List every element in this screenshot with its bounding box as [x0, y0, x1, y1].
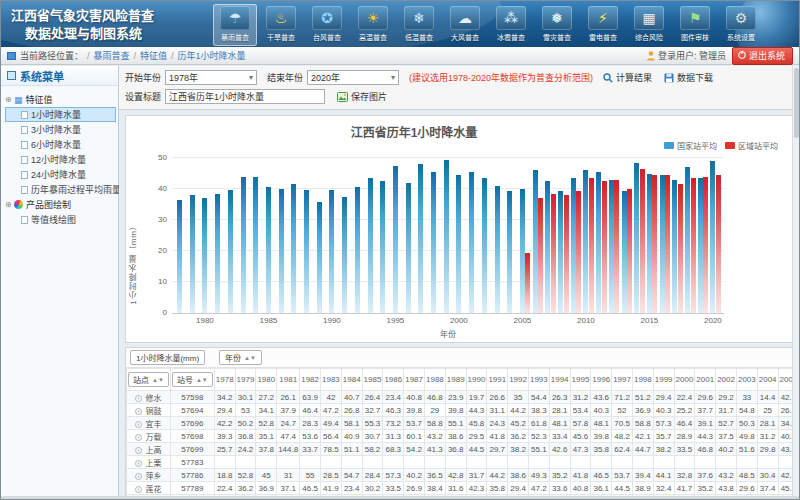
- year-column-header[interactable]: 1990: [466, 369, 487, 391]
- toolbar-item-calculator[interactable]: ▦综合风险: [627, 4, 671, 46]
- toolbar-item-typhoon[interactable]: ✪台风普查: [305, 4, 349, 46]
- year-column-header[interactable]: 1998: [632, 369, 653, 391]
- year-column-header[interactable]: 2001: [695, 369, 716, 391]
- toolbar-item-gale[interactable]: ☁大风普查: [443, 4, 487, 46]
- station-name-cell[interactable]: 萍乡: [127, 469, 171, 482]
- sort-by-station-id[interactable]: 站号▲▼: [172, 372, 213, 387]
- value-cell: 35: [508, 391, 529, 404]
- scrollbar-thumb[interactable]: [794, 68, 799, 138]
- sort-by-station[interactable]: 站点▲▼: [128, 372, 169, 387]
- year-column-header[interactable]: 1996: [591, 369, 612, 391]
- bar-national-1988: [304, 190, 309, 313]
- year-column-header[interactable]: 1991: [487, 369, 508, 391]
- year-column-header[interactable]: 1986: [383, 369, 404, 391]
- toolbar-item-settings[interactable]: ⚙系统设置: [719, 4, 763, 46]
- year-column-header[interactable]: 1980: [256, 369, 277, 391]
- year-column-header[interactable]: 1994: [549, 369, 570, 391]
- calculate-button[interactable]: 计算结果: [603, 71, 652, 84]
- table-row[interactable]: 修水5759834.230.127.226.163.94240.726.423.…: [127, 391, 793, 404]
- year-column-header[interactable]: 1979: [235, 369, 256, 391]
- logout-button[interactable]: 退出系统: [732, 47, 793, 65]
- year-column-header[interactable]: 2005: [778, 369, 792, 391]
- year-sort-control[interactable]: 年份▲▼: [219, 350, 262, 365]
- year-column-header[interactable]: 1988: [424, 369, 445, 391]
- sidebar-item[interactable]: 历年暴雨过程平均雨量: [5, 182, 116, 197]
- sidebar-item[interactable]: 24小时降水量: [5, 167, 116, 182]
- vertical-scrollbar[interactable]: [792, 66, 799, 496]
- value-cell: 57.3: [383, 469, 404, 482]
- breadcrumb-separator: /: [134, 51, 137, 61]
- bar-regional-2020: [716, 175, 721, 313]
- value-cell: 52.7: [716, 417, 737, 430]
- chart-title: 江西省历年1小时降水量: [126, 123, 702, 140]
- station-name-cell[interactable]: 莲花: [127, 482, 171, 495]
- toolbar-item-hail[interactable]: ⁂冰雹普查: [489, 4, 533, 46]
- year-column-header[interactable]: 1978: [214, 369, 235, 391]
- toolbar-item-snow[interactable]: ❅雪灾普查: [535, 4, 579, 46]
- legend-item[interactable]: 区域站平均: [725, 140, 778, 151]
- table-row[interactable]: 萍乡5778618.852.845315528.554.728.457.340.…: [127, 469, 793, 482]
- start-year-select[interactable]: 1978年▾: [165, 70, 257, 85]
- toolbar-item-map-review[interactable]: ⚑图件审核: [673, 4, 717, 46]
- sidebar-group[interactable]: ⊕▦特征值: [5, 92, 116, 107]
- year-column-header[interactable]: 2000: [674, 369, 695, 391]
- station-id-cell: 57786: [170, 469, 214, 482]
- breadcrumb-item-2[interactable]: 特征值: [140, 49, 167, 62]
- year-column-header[interactable]: 1987: [404, 369, 425, 391]
- toolbar-item-lightning[interactable]: ⚡雷电普查: [581, 4, 625, 46]
- value-cell: 52.8: [235, 469, 256, 482]
- year-column-header[interactable]: 2004: [757, 369, 778, 391]
- year-column-header[interactable]: 2002: [716, 369, 737, 391]
- value-cell: [300, 456, 321, 469]
- tree-toggle-icon[interactable]: ⊕: [5, 200, 14, 209]
- sidebar-item[interactable]: 12小时降水量: [5, 152, 116, 167]
- breadcrumb-item-3[interactable]: 历年1小时降水量: [178, 49, 246, 62]
- year-column-header[interactable]: 1984: [341, 369, 362, 391]
- table-row[interactable]: 铜鼓5769429.45334.137.946.447.226.832.746.…: [127, 404, 793, 417]
- station-id-cell: 57696: [170, 417, 214, 430]
- sidebar-group[interactable]: ⊕产品图绘制: [5, 197, 116, 212]
- year-column-header[interactable]: 1985: [362, 369, 383, 391]
- breadcrumb-item-1[interactable]: 暴雨普查: [94, 49, 130, 62]
- station-name-cell[interactable]: 上高: [127, 443, 171, 456]
- table-row[interactable]: 宜丰5769642.250.252.824.728.349.458.155.37…: [127, 417, 793, 430]
- year-column-header[interactable]: 2003: [736, 369, 757, 391]
- year-column-header[interactable]: 1992: [508, 369, 529, 391]
- station-name-cell[interactable]: 上栗: [127, 456, 171, 469]
- sidebar-item[interactable]: 1小时降水量: [5, 107, 116, 122]
- measure-selector[interactable]: 1小时降水量(mm): [130, 350, 205, 365]
- toolbar-item-drought[interactable]: ♨干旱普查: [259, 4, 303, 46]
- tree-toggle-icon[interactable]: ⊕: [5, 95, 14, 104]
- chart-title-input[interactable]: [165, 89, 325, 104]
- year-column-header[interactable]: 1993: [528, 369, 549, 391]
- bar-regional-2018: [691, 178, 696, 313]
- value-cell: [716, 456, 737, 469]
- end-year-select[interactable]: 2020年▾: [307, 70, 399, 85]
- toolbar-item-low-temp[interactable]: ❄低温普查: [397, 4, 441, 46]
- toolbar-item-high-temp[interactable]: ☀高温普查: [351, 4, 395, 46]
- year-column-header[interactable]: 1983: [321, 369, 342, 391]
- year-column-header[interactable]: 1982: [300, 369, 321, 391]
- station-name-cell[interactable]: 铜鼓: [127, 404, 171, 417]
- year-column-header[interactable]: 1997: [612, 369, 633, 391]
- year-column-header[interactable]: 1981: [277, 369, 300, 391]
- toolbar-item-rainstorm[interactable]: ☂暴雨普查: [213, 4, 257, 46]
- x-tick-label: 1980: [190, 316, 220, 325]
- station-name-cell[interactable]: 万载: [127, 430, 171, 443]
- sidebar-item[interactable]: 3小时降水量: [5, 122, 116, 137]
- download-button[interactable]: 数据下载: [664, 71, 713, 84]
- station-name-cell[interactable]: 宜丰: [127, 417, 171, 430]
- save-image-button[interactable]: 保存图片: [337, 90, 387, 103]
- sidebar-item[interactable]: 等值线绘图: [5, 212, 116, 227]
- table-row[interactable]: 万载5769839.336.835.147.453.656.440.930.73…: [127, 430, 793, 443]
- table-row[interactable]: 莲花5778922.436.236.937.146.541.923.430.23…: [127, 482, 793, 495]
- station-name-cell[interactable]: 修水: [127, 391, 171, 404]
- year-column-header[interactable]: 1989: [445, 369, 466, 391]
- table-row[interactable]: 上栗57783: [127, 456, 793, 469]
- year-column-header[interactable]: 1999: [653, 369, 674, 391]
- sidebar-item[interactable]: 6小时降水量: [5, 137, 116, 152]
- year-column-header[interactable]: 1995: [570, 369, 591, 391]
- table-scroll-area[interactable]: 站点▲▼站号▲▼19781979198019811982198319841985…: [126, 368, 792, 499]
- legend-item[interactable]: 国家站平均: [664, 140, 717, 151]
- table-row[interactable]: 上高5769925.724.237.8144.833.778.551.158.2…: [127, 443, 793, 456]
